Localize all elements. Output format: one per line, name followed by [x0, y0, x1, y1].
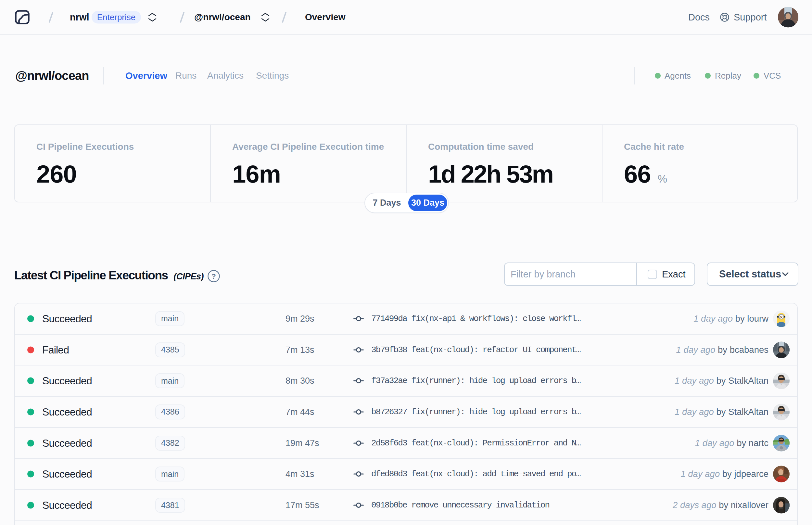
- svg-text:?: ?: [212, 272, 216, 280]
